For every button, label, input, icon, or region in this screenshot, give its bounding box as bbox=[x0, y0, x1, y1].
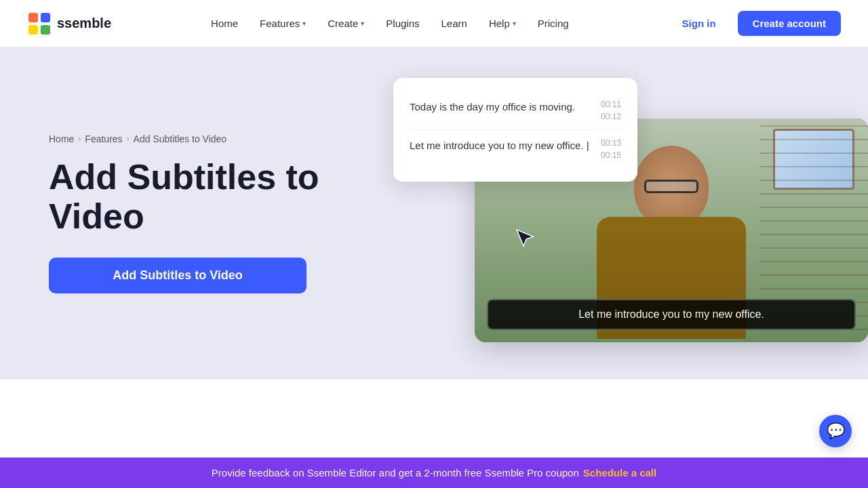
signin-button[interactable]: Sign in bbox=[669, 12, 730, 35]
chevron-down-icon: ▾ bbox=[302, 20, 306, 27]
video-subtitle-bar: Let me introduce you to my new office. bbox=[487, 299, 856, 330]
subtitle-text-2: Let me introduce you to my new office. | bbox=[410, 138, 593, 152]
nav-links: Home Features ▾ Create ▾ Plugins Learn H… bbox=[201, 12, 578, 35]
bottom-banner: Provide feedback on Ssemble Editor and g… bbox=[0, 458, 868, 488]
navbar: ssemble Home Features ▾ Create ▾ Plugins… bbox=[0, 0, 868, 47]
breadcrumb-features[interactable]: Features bbox=[85, 134, 122, 144]
create-account-button[interactable]: Create account bbox=[738, 11, 841, 36]
chat-bubble-button[interactable]: 💬 bbox=[819, 415, 852, 447]
cursor-icon bbox=[514, 227, 536, 249]
nav-help[interactable]: Help ▾ bbox=[479, 12, 526, 35]
subtitle-time-start-2: 00:13 bbox=[601, 138, 621, 148]
breadcrumb: Home › Features › Add Subtitles to Video bbox=[49, 134, 374, 144]
svg-rect-0 bbox=[28, 13, 38, 22]
page-title: Add Subtitles to Video bbox=[49, 158, 374, 235]
subtitle-times-1: 00:11 00:12 bbox=[601, 100, 621, 121]
logo[interactable]: ssemble bbox=[27, 12, 111, 36]
subtitle-text-1: Today is the day my office is moving. bbox=[410, 100, 593, 114]
subtitle-row-2: Let me introduce you to my new office. |… bbox=[410, 130, 621, 168]
subtitle-row-1: Today is the day my office is moving. 00… bbox=[410, 92, 621, 130]
svg-rect-2 bbox=[28, 25, 38, 35]
nav-pricing[interactable]: Pricing bbox=[528, 12, 578, 35]
nav-learn[interactable]: Learn bbox=[432, 12, 477, 35]
nav-actions: Sign in Create account bbox=[669, 11, 841, 36]
breadcrumb-separator: › bbox=[127, 134, 130, 144]
nav-create[interactable]: Create ▾ bbox=[318, 12, 374, 35]
schedule-call-link[interactable]: Schedule a call bbox=[583, 467, 656, 479]
subtitle-times-2: 00:13 00:15 bbox=[601, 138, 621, 160]
nav-plugins[interactable]: Plugins bbox=[376, 12, 429, 35]
chevron-down-icon: ▾ bbox=[361, 20, 364, 27]
nav-features[interactable]: Features ▾ bbox=[250, 12, 315, 35]
svg-rect-1 bbox=[41, 13, 50, 22]
chat-icon: 💬 bbox=[827, 422, 845, 440]
hero-section: Home › Features › Add Subtitles to Video… bbox=[0, 47, 868, 380]
person-glasses bbox=[644, 180, 698, 193]
logo-icon bbox=[27, 12, 52, 36]
subtitle-editor-card: Today is the day my office is moving. 00… bbox=[393, 78, 637, 182]
chevron-down-icon: ▾ bbox=[513, 20, 516, 27]
breadcrumb-current: Add Subtitles to Video bbox=[134, 134, 227, 144]
logo-text: ssemble bbox=[57, 16, 111, 31]
nav-home[interactable]: Home bbox=[201, 12, 248, 35]
subtitle-time-end-2: 00:15 bbox=[601, 150, 621, 160]
banner-text: Provide feedback on Ssemble Editor and g… bbox=[212, 467, 579, 479]
subtitle-time-start-1: 00:11 bbox=[601, 100, 621, 109]
svg-rect-3 bbox=[41, 25, 50, 35]
hero-content: Home › Features › Add Subtitles to Video… bbox=[49, 134, 374, 293]
breadcrumb-separator: › bbox=[78, 134, 81, 144]
breadcrumb-home[interactable]: Home bbox=[49, 134, 74, 144]
hero-visual: Today is the day my office is moving. 00… bbox=[393, 78, 868, 349]
add-subtitles-button[interactable]: Add Subtitles to Video bbox=[49, 258, 307, 293]
subtitle-time-end-1: 00:12 bbox=[601, 112, 621, 121]
